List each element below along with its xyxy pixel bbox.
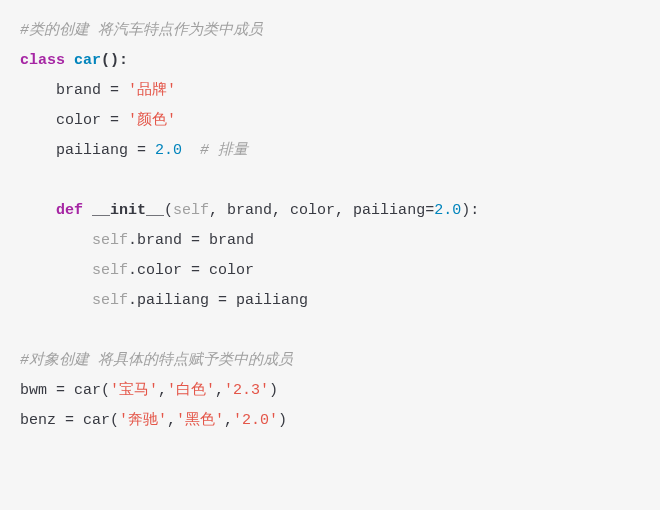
attr-brand-lhs: brand =	[20, 82, 128, 99]
call1-arg2: '白色'	[167, 382, 215, 399]
call1-sep2: ,	[215, 382, 224, 399]
call2-arg3: '2.0'	[233, 412, 278, 429]
default-pailiang: 2.0	[434, 202, 461, 219]
assign-brand: .brand = brand	[128, 232, 254, 249]
def-indent	[20, 202, 56, 219]
call1-arg3: '2.3'	[224, 382, 269, 399]
comment-class-create: #类的创建 将汽车特点作为类中成员	[20, 22, 263, 39]
attr-pailiang-value: 2.0	[155, 142, 182, 159]
sig-close: ):	[461, 202, 479, 219]
class-name: car	[74, 52, 101, 69]
comment-object-create: #对象创建 将具体的特点赋予类中的成员	[20, 352, 293, 369]
attr-brand-value: '品牌'	[128, 82, 176, 99]
param-self: self	[173, 202, 209, 219]
sig-open: (	[164, 202, 173, 219]
body-indent-2	[20, 262, 92, 279]
code-block: #类的创建 将汽车特点作为类中成员 class car(): brand = '…	[0, 0, 660, 452]
call1-close: )	[269, 382, 278, 399]
self-ref-1: self	[92, 232, 128, 249]
call2-close: )	[278, 412, 287, 429]
assign-color: .color = color	[128, 262, 254, 279]
call1-sep1: ,	[158, 382, 167, 399]
attr-color-lhs: color =	[20, 112, 128, 129]
call2-arg2: '黑色'	[176, 412, 224, 429]
sig-rest: , brand, color, pailiang=	[209, 202, 434, 219]
call2-sep2: ,	[224, 412, 233, 429]
class-signature-close: ():	[101, 52, 128, 69]
keyword-def: def	[56, 202, 83, 219]
body-indent-1	[20, 232, 92, 249]
assign-pailiang: .pailiang = pailiang	[128, 292, 308, 309]
call2-pre: benz = car(	[20, 412, 119, 429]
method-init-name: __init__	[92, 202, 164, 219]
body-indent-3	[20, 292, 92, 309]
call1-pre: bwm = car(	[20, 382, 110, 399]
attr-pailiang-lhs: pailiang =	[20, 142, 155, 159]
call2-arg1: '奔驰'	[119, 412, 167, 429]
self-ref-3: self	[92, 292, 128, 309]
self-ref-2: self	[92, 262, 128, 279]
call2-sep1: ,	[167, 412, 176, 429]
keyword-class: class	[20, 52, 65, 69]
attr-color-value: '颜色'	[128, 112, 176, 129]
comment-pailiang: # 排量	[182, 142, 248, 159]
call1-arg1: '宝马'	[110, 382, 158, 399]
